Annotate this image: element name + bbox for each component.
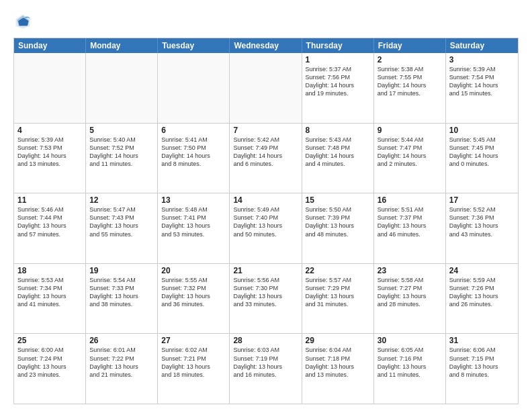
cell-info-line: Sunset: 7:53 PM [17, 144, 82, 152]
cell-info-line: Sunrise: 6:05 AM [378, 346, 442, 354]
day-number: 7 [233, 126, 298, 135]
day-number: 24 [449, 266, 515, 275]
cell-info-line: Sunset: 7:49 PM [233, 144, 298, 152]
cell-info-line: and 18 minutes. [161, 371, 226, 379]
cell-info-line: and 57 minutes. [17, 230, 82, 238]
calendar-cell-day-29: 29Sunrise: 6:04 AMSunset: 7:18 PMDayligh… [302, 334, 374, 404]
day-number: 18 [17, 266, 82, 275]
cell-info-line: and 48 minutes. [306, 230, 370, 238]
cell-info-line: Sunset: 7:50 PM [161, 144, 226, 152]
cell-info-line: and 13 minutes. [306, 371, 370, 379]
cell-info-line: Daylight: 13 hours [161, 292, 226, 300]
cell-info-line: Sunset: 7:34 PM [17, 284, 82, 292]
calendar-header-saturday: Saturday [446, 38, 518, 53]
calendar-cell-day-8: 8Sunrise: 5:43 AMSunset: 7:48 PMDaylight… [302, 124, 374, 193]
day-number: 21 [233, 266, 298, 275]
calendar-cell-day-21: 21Sunrise: 5:56 AMSunset: 7:30 PMDayligh… [230, 264, 302, 334]
cell-info-line: and 53 minutes. [161, 230, 226, 238]
calendar-cell-day-7: 7Sunrise: 5:42 AMSunset: 7:49 PMDaylight… [230, 124, 302, 193]
cell-info-line: Daylight: 13 hours [378, 292, 442, 300]
cell-info-line: Sunset: 7:55 PM [378, 73, 442, 81]
cell-info-line: Sunrise: 5:59 AM [449, 276, 515, 284]
calendar-cell-day-3: 3Sunrise: 5:39 AMSunset: 7:54 PMDaylight… [446, 53, 518, 123]
day-number: 11 [17, 195, 82, 205]
cell-info-line: Daylight: 13 hours [233, 292, 298, 300]
cell-info-line: Sunset: 7:37 PM [378, 214, 442, 222]
cell-info-line: Sunset: 7:40 PM [233, 214, 298, 222]
cell-info-line: Sunset: 7:47 PM [378, 144, 442, 152]
cell-info-line: Daylight: 13 hours [449, 292, 515, 300]
day-number: 3 [449, 55, 515, 64]
cell-info-line: Sunset: 7:16 PM [378, 355, 442, 363]
cell-info-line: Sunrise: 5:53 AM [17, 276, 82, 284]
cell-info-line: Sunset: 7:30 PM [233, 284, 298, 292]
cell-info-line: Sunrise: 5:42 AM [233, 136, 298, 144]
cell-info-line: Sunrise: 5:57 AM [306, 276, 370, 284]
cell-info-line: Sunrise: 6:02 AM [161, 346, 226, 354]
calendar-cell-day-12: 12Sunrise: 5:47 AMSunset: 7:43 PMDayligh… [86, 193, 158, 263]
calendar: SundayMondayTuesdayWednesdayThursdayFrid… [13, 38, 519, 404]
day-number: 14 [233, 195, 298, 205]
calendar-cell-day-24: 24Sunrise: 5:59 AMSunset: 7:26 PMDayligh… [446, 264, 518, 334]
calendar-cell-day-4: 4Sunrise: 5:39 AMSunset: 7:53 PMDaylight… [14, 124, 86, 193]
cell-info-line: Daylight: 13 hours [306, 292, 370, 300]
calendar-cell-empty [158, 53, 230, 123]
calendar-cell-empty [14, 53, 86, 123]
cell-info-line: Daylight: 13 hours [17, 363, 82, 371]
calendar-cell-day-13: 13Sunrise: 5:48 AMSunset: 7:41 PMDayligh… [158, 193, 230, 263]
calendar-cell-day-2: 2Sunrise: 5:38 AMSunset: 7:55 PMDaylight… [374, 53, 446, 123]
cell-info-line: Sunrise: 5:40 AM [89, 136, 154, 144]
cell-info-line: and 50 minutes. [233, 230, 298, 238]
cell-info-line: Daylight: 13 hours [89, 222, 154, 230]
day-number: 28 [233, 336, 298, 345]
day-number: 27 [161, 336, 226, 345]
calendar-header-friday: Friday [374, 38, 446, 53]
calendar-header-row: SundayMondayTuesdayWednesdayThursdayFrid… [14, 38, 518, 53]
cell-info-line: Sunset: 7:27 PM [378, 284, 442, 292]
cell-info-line: Sunset: 7:41 PM [161, 214, 226, 222]
cell-info-line: Sunrise: 5:48 AM [161, 205, 226, 214]
day-number: 4 [17, 126, 82, 135]
cell-info-line: Sunrise: 6:06 AM [449, 346, 515, 354]
calendar-header-tuesday: Tuesday [158, 38, 230, 53]
day-number: 19 [89, 266, 154, 275]
cell-info-line: and 6 minutes. [233, 160, 298, 168]
cell-info-line: Sunrise: 6:04 AM [306, 346, 370, 354]
cell-info-line: Sunrise: 5:46 AM [17, 205, 82, 214]
cell-info-line: Daylight: 14 hours [449, 81, 515, 89]
day-number: 31 [449, 336, 515, 345]
calendar-cell-day-10: 10Sunrise: 5:45 AMSunset: 7:45 PMDayligh… [446, 124, 518, 193]
calendar-cell-day-6: 6Sunrise: 5:41 AMSunset: 7:50 PMDaylight… [158, 124, 230, 193]
cell-info-line: and 0 minutes. [449, 160, 515, 168]
calendar-cell-day-16: 16Sunrise: 5:51 AMSunset: 7:37 PMDayligh… [374, 193, 446, 263]
cell-info-line: Sunset: 7:52 PM [89, 144, 154, 152]
cell-info-line: Sunrise: 5:39 AM [17, 136, 82, 144]
day-number: 23 [378, 266, 442, 275]
cell-info-line: and 8 minutes. [161, 160, 226, 168]
day-number: 5 [89, 126, 154, 135]
cell-info-line: and 36 minutes. [161, 300, 226, 308]
calendar-cell-day-20: 20Sunrise: 5:55 AMSunset: 7:32 PMDayligh… [158, 264, 230, 334]
cell-info-line: Sunset: 7:33 PM [89, 284, 154, 292]
day-number: 25 [17, 336, 82, 345]
cell-info-line: and 11 minutes. [89, 160, 154, 168]
cell-info-line: Sunrise: 5:49 AM [233, 205, 298, 214]
cell-info-line: Sunrise: 5:41 AM [161, 136, 226, 144]
calendar-cell-day-27: 27Sunrise: 6:02 AMSunset: 7:21 PMDayligh… [158, 334, 230, 404]
calendar-cell-day-25: 25Sunrise: 6:00 AMSunset: 7:24 PMDayligh… [14, 334, 86, 404]
cell-info-line: Sunset: 7:32 PM [161, 284, 226, 292]
cell-info-line: and 17 minutes. [378, 89, 442, 97]
cell-info-line: Sunset: 7:15 PM [449, 355, 515, 363]
cell-info-line: Daylight: 13 hours [161, 363, 226, 371]
cell-info-line: Sunrise: 5:43 AM [306, 136, 370, 144]
header [13, 12, 519, 31]
calendar-header-sunday: Sunday [14, 38, 86, 53]
calendar-body: 1Sunrise: 5:37 AMSunset: 7:56 PMDaylight… [14, 53, 518, 404]
calendar-cell-day-26: 26Sunrise: 6:01 AMSunset: 7:22 PMDayligh… [86, 334, 158, 404]
cell-info-line: Daylight: 13 hours [89, 363, 154, 371]
cell-info-line: Daylight: 13 hours [161, 222, 226, 230]
cell-info-line: Daylight: 13 hours [233, 363, 298, 371]
calendar-header-thursday: Thursday [302, 38, 374, 53]
calendar-week-1: 1Sunrise: 5:37 AMSunset: 7:56 PMDaylight… [14, 53, 518, 124]
calendar-cell-day-15: 15Sunrise: 5:50 AMSunset: 7:39 PMDayligh… [302, 193, 374, 263]
